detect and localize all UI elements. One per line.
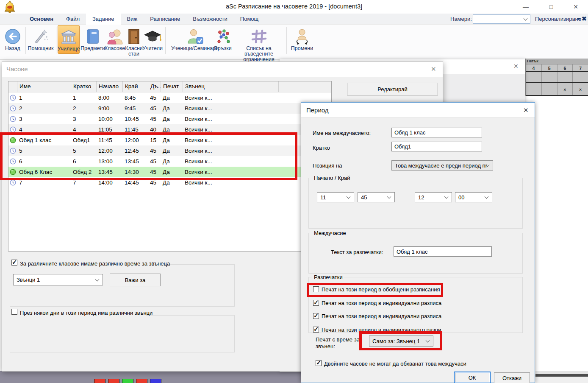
- table-row[interactable]: 6613:0013:4545ДаВсички к...: [8, 156, 331, 167]
- constraints-list-button[interactable]: Списък на въведените ограничения: [234, 26, 284, 62]
- edit-button[interactable]: Редактирай: [347, 83, 438, 95]
- changes-button[interactable]: Промени: [289, 26, 315, 51]
- cell-print: Да: [161, 137, 183, 143]
- status-color-swatch: [150, 379, 161, 383]
- cell-end: 12:00: [122, 137, 148, 143]
- cell-end: 9:45: [122, 105, 148, 112]
- back-button[interactable]: Назад: [3, 26, 23, 51]
- close-icon[interactable]: [513, 63, 519, 70]
- cell-short: 5: [71, 148, 96, 154]
- break-name-input[interactable]: [391, 128, 482, 137]
- header-bell[interactable]: Звънец: [183, 81, 278, 92]
- printout-option-checkbox[interactable]: [313, 300, 319, 306]
- start-minute-select[interactable]: 45: [358, 192, 395, 202]
- cell-name: 7: [17, 179, 71, 186]
- cancel-button[interactable]: Откажи: [494, 372, 530, 383]
- personalize-caret-icon[interactable]: [577, 18, 580, 20]
- table-row[interactable]: 7714:0014:4545ДаВсички к...: [8, 177, 331, 188]
- chevron-down-icon[interactable]: [524, 17, 528, 21]
- tab-osnoven[interactable]: Основен: [23, 14, 60, 25]
- printout-text-input[interactable]: [394, 246, 492, 257]
- classrooms-button[interactable]: Класни стаи: [125, 26, 143, 57]
- printout-option-checkbox[interactable]: [313, 327, 319, 333]
- teachers-button[interactable]: Учители: [142, 26, 163, 51]
- cell-dur: 45: [148, 105, 161, 112]
- printout-option-label: Печат на този период в индивидуалното ра…: [322, 327, 441, 333]
- header-start[interactable]: Начало: [96, 81, 122, 92]
- grid-cell[interactable]: [557, 72, 573, 82]
- subjects-button[interactable]: Предмети: [80, 26, 105, 51]
- start-hour-select[interactable]: 11: [317, 192, 354, 202]
- bells-select[interactable]: Звънци 1: [13, 274, 103, 285]
- diff-bells-row: За различните класове имаме различно вре…: [10, 259, 163, 267]
- network-icon: [214, 26, 231, 45]
- tab-zadanie[interactable]: Задание: [86, 14, 121, 25]
- short-input[interactable]: [391, 142, 482, 151]
- grid-cell[interactable]: ×: [557, 83, 573, 95]
- magic-wand-icon: [32, 26, 49, 45]
- close-find-icon[interactable]: [582, 15, 587, 22]
- table-row[interactable]: 229:009:4545ДаВсички к...: [8, 103, 331, 114]
- cell-name: 3: [17, 116, 71, 122]
- header-end[interactable]: Край: [122, 81, 148, 92]
- end-minute-select[interactable]: 00: [455, 192, 492, 202]
- links-button[interactable]: Връзки: [213, 26, 233, 51]
- close-icon[interactable]: ✕: [567, 2, 584, 12]
- classes-button[interactable]: Класове: [104, 26, 125, 51]
- table-row[interactable]: Обяд 1 класОбяд111:4512:0015ДаВсички к..…: [8, 135, 331, 145]
- tab-vazmozhnosti[interactable]: Възможности: [186, 14, 234, 25]
- end-hour-select[interactable]: 12: [415, 192, 452, 202]
- double-periods-checkbox[interactable]: [316, 360, 322, 366]
- table-row[interactable]: 3310:0010:4545ДаВсички к...: [8, 114, 331, 124]
- cell-short: Обяд1: [71, 137, 96, 143]
- grid-header-cell[interactable]: 5: [541, 64, 557, 71]
- close-icon[interactable]: [431, 65, 436, 73]
- table-row[interactable]: 118:008:4545ДаВсички к...: [8, 92, 331, 103]
- grid-cell[interactable]: [572, 72, 588, 82]
- grid-cell[interactable]: ×: [572, 83, 588, 95]
- tab-razpisanie[interactable]: Разписание: [144, 14, 186, 25]
- table-row[interactable]: 5512:0012:4545ДаВсички к...: [8, 145, 331, 156]
- status-color-swatch: [108, 379, 119, 383]
- grid-header-cell[interactable]: 4: [526, 64, 541, 71]
- some-days-checkbox[interactable]: [11, 309, 17, 315]
- personalize-link[interactable]: Персонализиране: [535, 16, 581, 22]
- table-row[interactable]: Обяд 6 КласОбяд 213:4514:3045ДаВсички к.…: [8, 167, 331, 177]
- cell-end: 12:45: [122, 148, 148, 154]
- header-print[interactable]: Печат: [161, 81, 183, 92]
- grid-cell[interactable]: [541, 83, 557, 95]
- grid-cell[interactable]: [526, 83, 541, 95]
- header-short[interactable]: Кратко: [71, 81, 96, 92]
- bell-time-select[interactable]: Само за: Звънец 1: [369, 335, 433, 347]
- position-select[interactable]: Това междучасие е преди период nr: [391, 160, 493, 171]
- grid-header-cell[interactable]: 6: [557, 64, 573, 71]
- printout-option-checkbox[interactable]: [313, 313, 319, 319]
- header-duration[interactable]: Дъ...: [148, 81, 161, 92]
- assistant-button[interactable]: Помощник: [27, 26, 54, 51]
- applies-to-button[interactable]: Важи за: [110, 274, 161, 286]
- header-name[interactable]: Име: [17, 81, 71, 92]
- cell-dur: 45: [148, 95, 161, 101]
- grid-header-cell[interactable]: 7: [572, 64, 588, 71]
- ribbon-separator: [286, 27, 287, 54]
- book-icon: [86, 26, 100, 45]
- minimize-icon[interactable]: —: [517, 2, 534, 12]
- ok-button[interactable]: ОК: [455, 373, 489, 382]
- status-color-swatch: [122, 379, 133, 383]
- tab-vizh[interactable]: Виж: [121, 14, 144, 25]
- school-button[interactable]: Училище: [58, 25, 80, 54]
- find-input[interactable]: [473, 14, 530, 24]
- table-row[interactable]: 4411:0511:4540ДаВсички к...: [8, 124, 331, 135]
- status-bar-right: [535, 371, 588, 383]
- cell-short: 6: [71, 158, 96, 165]
- diff-bells-checkbox[interactable]: [11, 260, 17, 266]
- tab-fail[interactable]: Файл: [60, 14, 86, 25]
- close-icon[interactable]: [523, 106, 529, 114]
- grid-cell[interactable]: [541, 72, 557, 82]
- tab-pomosht[interactable]: Помощ: [234, 14, 265, 25]
- printout-option-checkbox[interactable]: [313, 286, 319, 292]
- cell-start: 12:00: [96, 148, 122, 154]
- grid-cell[interactable]: [526, 72, 541, 82]
- status-color-swatch: [94, 379, 105, 383]
- maximize-icon[interactable]: □: [543, 2, 560, 12]
